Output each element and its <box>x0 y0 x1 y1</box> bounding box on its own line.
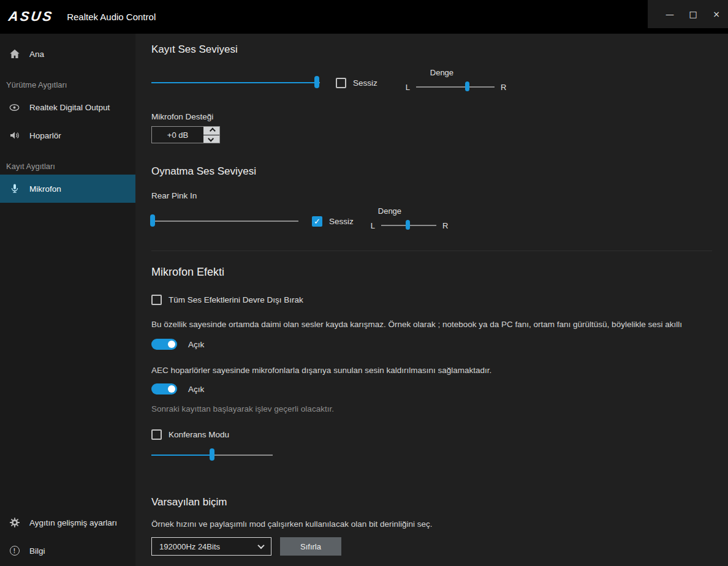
slider-fill <box>151 82 317 83</box>
app-title: Realtek Audio Control <box>67 12 156 22</box>
sidebar-item-home[interactable]: Ana <box>0 40 135 68</box>
mic-boost-value[interactable]: +0 dB <box>152 127 203 143</box>
sidebar-bottom: Aygıtın gelişmiş ayarları ! Bilgi <box>0 508 135 566</box>
conference-mode-checkbox[interactable]: ✓ Konferans Modu <box>151 429 728 440</box>
format-dropdown-value: 192000Hz 24Bits <box>159 542 220 551</box>
slider-fill <box>151 221 153 222</box>
slider-thumb[interactable] <box>210 448 214 461</box>
sidebar-item-label: Hoparlör <box>29 131 61 140</box>
playback-balance: Denge L R <box>371 206 449 231</box>
sidebar-item-digital-output[interactable]: Realtek Digital Output <box>0 93 135 121</box>
record-volume-row: ✓ Sessiz Denge L R <box>151 70 728 95</box>
playback-volume-slider[interactable] <box>151 214 298 228</box>
toggle-knob <box>168 341 175 348</box>
mic-effects-heading: Mikrofon Efekti <box>151 266 728 279</box>
checkbox-box: ✓ <box>151 295 162 305</box>
toggle-knob <box>168 385 175 393</box>
balance-label: Denge <box>371 206 449 216</box>
reset-button[interactable]: Sıfırla <box>280 537 341 556</box>
minimize-button[interactable]: — <box>658 4 681 25</box>
sidebar-item-microphone[interactable]: Mikrofon <box>0 175 135 203</box>
mic-boost-label: Mikrofon Desteği <box>151 112 728 121</box>
slider-thumb[interactable] <box>465 81 469 91</box>
aec-row: Açık <box>151 383 728 394</box>
noise-suppression-description: Bu özellik sayesinde ortamda daimi olan … <box>151 320 728 329</box>
record-balance-slider[interactable] <box>416 81 495 92</box>
mic-boost-spinner: +0 dB <box>151 126 220 143</box>
record-volume-slider[interactable] <box>151 76 320 89</box>
playback-mute-checkbox[interactable]: ✓ Sessiz <box>312 216 354 227</box>
sidebar-item-advanced-settings[interactable]: Aygıtın gelişmiş ayarları <box>0 508 135 537</box>
sidebar-item-label: Bilgi <box>29 546 45 556</box>
chevron-up-icon <box>209 127 215 134</box>
spin-down-button[interactable] <box>203 135 219 143</box>
playback-balance-slider[interactable] <box>381 220 436 231</box>
home-icon <box>9 48 20 60</box>
playback-volume-heading: Oynatma Ses Seviyesi <box>151 165 728 178</box>
checkbox-box: ✓ <box>336 78 346 88</box>
noise-suppression-toggle[interactable] <box>151 339 177 350</box>
default-format-description: Örnek hızını ve paylaşımlı mod çalışırke… <box>151 519 728 529</box>
record-mute-checkbox[interactable]: ✓ Sessiz <box>336 78 377 88</box>
default-format-row: 192000Hz 24Bits Sıfırla <box>151 537 728 556</box>
asus-logo: ASUS <box>7 9 55 25</box>
microphone-icon <box>9 183 20 195</box>
speaker-icon <box>9 130 20 142</box>
sidebar-item-label: Ana <box>29 50 44 59</box>
digital-output-icon <box>9 102 20 113</box>
titlebar: ASUS Realtek Audio Control — □ × <box>0 0 728 34</box>
aec-note: Sonraki kayıttan başlayarak işlev geçerl… <box>151 404 728 413</box>
noise-suppression-state-label: Açık <box>188 340 204 349</box>
slider-thumb[interactable] <box>314 76 319 88</box>
mute-label: Sessiz <box>329 217 354 226</box>
aec-toggle[interactable] <box>151 383 177 394</box>
balance-left-label: L <box>371 221 375 230</box>
checkbox-box: ✓ <box>312 216 322 227</box>
close-button[interactable]: × <box>705 4 728 25</box>
checkbox-box: ✓ <box>151 429 162 440</box>
window-controls: — □ × <box>648 0 728 28</box>
record-volume-heading: Kayıt Ses Seviyesi <box>151 43 728 56</box>
sidebar-item-label: Mikrofon <box>29 184 61 194</box>
disable-all-effects-checkbox[interactable]: ✓ Tüm Ses Efektlerini Devre Dışı Bırak <box>151 295 728 305</box>
conference-slider[interactable] <box>151 448 273 462</box>
format-dropdown[interactable]: 192000Hz 24Bits <box>151 537 271 556</box>
disable-all-effects-label: Tüm Ses Efektlerini Devre Dışı Bırak <box>169 295 303 304</box>
slider-track <box>151 221 298 222</box>
balance-right-label: R <box>442 221 448 230</box>
chevron-down-icon <box>208 136 214 142</box>
slider-fill <box>151 455 212 456</box>
conference-mode-label: Konferans Modu <box>169 430 229 439</box>
section-divider <box>151 251 712 251</box>
spin-up-button[interactable] <box>203 127 219 135</box>
gear-icon <box>9 517 20 529</box>
aec-description: AEC hoparlörler sayesinde mikrofonlarla … <box>151 366 728 375</box>
sidebar-section-record: Kayıt Aygıtları <box>0 149 135 175</box>
sidebar: Ana Yürütme Aygıtları Realtek Digital Ou… <box>0 34 135 566</box>
chevron-down-icon <box>257 542 264 549</box>
main-content: Kayıt Ses Seviyesi ✓ Sessiz Denge L <box>135 34 728 566</box>
maximize-button[interactable]: □ <box>681 4 705 25</box>
slider-thumb[interactable] <box>406 220 410 230</box>
record-balance: Denge L R <box>406 68 507 92</box>
mute-label: Sessiz <box>353 78 377 88</box>
slider-fill <box>381 225 408 226</box>
sidebar-item-speakers[interactable]: Hoparlör <box>0 121 135 149</box>
balance-left-label: L <box>406 83 410 92</box>
info-icon: ! <box>9 545 20 557</box>
sidebar-item-info[interactable]: ! Bilgi <box>0 537 135 565</box>
sidebar-item-label: Realtek Digital Output <box>29 103 110 112</box>
sidebar-item-label: Aygıtın gelişmiş ayarları <box>29 518 117 527</box>
slider-fill <box>416 86 467 88</box>
brand: ASUS Realtek Audio Control <box>0 0 156 25</box>
sidebar-section-playback: Yürütme Aygıtları <box>0 68 135 93</box>
balance-label: Denge <box>406 68 507 77</box>
playback-device-label: Rear Pink In <box>151 191 728 200</box>
app-window: ASUS Realtek Audio Control — □ × Ana Yür… <box>0 0 728 566</box>
aec-state-label: Açık <box>188 385 204 394</box>
slider-thumb[interactable] <box>150 214 155 227</box>
default-format-heading: Varsayılan biçim <box>151 496 728 508</box>
noise-suppression-row: Açık <box>151 339 728 350</box>
balance-right-label: R <box>501 83 506 92</box>
playback-volume-row: ✓ Sessiz Denge L R <box>151 209 728 233</box>
